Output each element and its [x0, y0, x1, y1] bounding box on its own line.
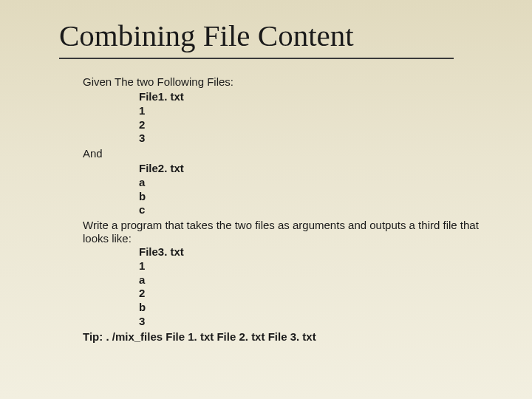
file1-block: File1. txt 1 2 3 [83, 90, 488, 146]
file3-line: 3 [139, 315, 488, 329]
file3-line: 2 [139, 287, 488, 301]
file2-line: c [139, 203, 488, 217]
task-text: Write a program that takes the two files… [83, 219, 488, 245]
file3-line: b [139, 301, 488, 315]
file3-name: File3. txt [139, 245, 488, 259]
file3-line: 1 [139, 259, 488, 273]
file1-line: 2 [139, 118, 488, 132]
slide: Combining File Content Given The two Fol… [0, 0, 532, 399]
title-rule [59, 58, 454, 59]
file1-line: 3 [139, 132, 488, 146]
file3-line: a [139, 273, 488, 287]
slide-body: Given The two Following Files: File1. tx… [59, 75, 488, 344]
file2-line: a [139, 176, 488, 190]
page-title: Combining File Content [59, 18, 488, 53]
file2-line: b [139, 190, 488, 204]
tip-text: Tip: . /mix_files File 1. txt File 2. tx… [83, 330, 488, 344]
file1-line: 1 [139, 104, 488, 118]
intro-text: Given The two Following Files: [83, 75, 488, 89]
file3-block: File3. txt 1 a 2 b 3 [83, 245, 488, 329]
file1-name: File1. txt [139, 90, 488, 104]
and-text: And [83, 147, 488, 160]
file2-name: File2. txt [139, 162, 488, 176]
file2-block: File2. txt a b c [83, 162, 488, 217]
